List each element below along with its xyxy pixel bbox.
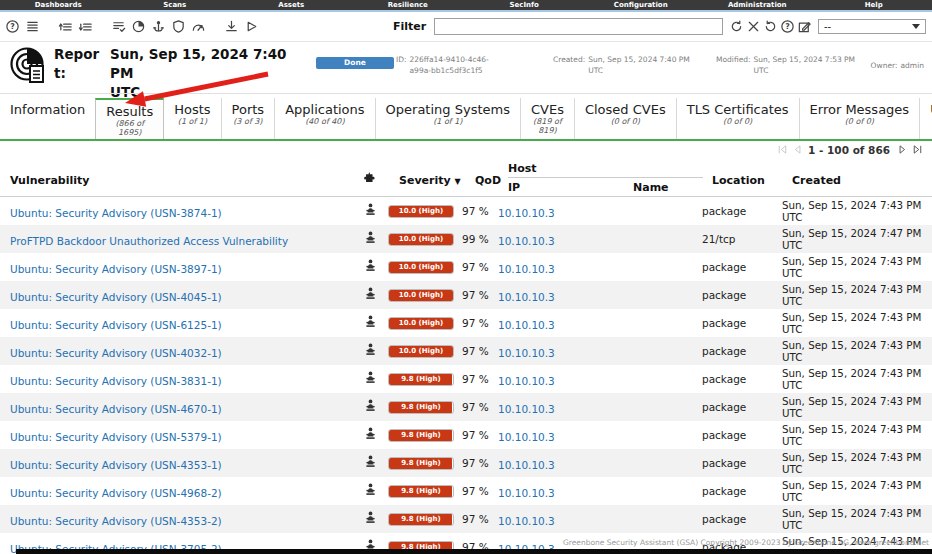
tab-tls-certificates[interactable]: TLS Certificates(0 of 0) <box>676 98 799 139</box>
remove-filter-icon[interactable] <box>746 19 761 34</box>
add-to-assets-icon[interactable] <box>58 19 73 34</box>
trigger-alert-icon[interactable] <box>244 19 259 34</box>
vendor-fix-icon <box>363 202 378 221</box>
vulnerability-cell: Ubuntu: Security Advisory (USN-4353-2) <box>0 510 352 529</box>
download-report-icon[interactable] <box>224 19 239 34</box>
column-vulnerability[interactable]: Vulnerability <box>10 174 89 187</box>
reset-filter-icon[interactable] <box>763 19 778 34</box>
host-ip-link[interactable]: 10.10.10.3 <box>498 235 555 247</box>
results-list-icon[interactable] <box>25 19 40 34</box>
host-ip-link[interactable]: 10.10.10.3 <box>498 347 555 359</box>
host-ip-link[interactable]: 10.10.10.3 <box>498 207 555 219</box>
pagination-next-icon[interactable] <box>896 143 909 156</box>
filter-bar: Filter ? -- <box>393 17 926 35</box>
tab-information[interactable]: Information <box>0 98 95 139</box>
host-ip-cell: 10.10.10.3 <box>498 286 620 305</box>
vendor-fix-icon <box>363 482 378 501</box>
vulnerability-link[interactable]: Ubuntu: Security Advisory (USN-4968-2) <box>10 487 222 499</box>
pagination-last-icon[interactable] <box>911 143 924 156</box>
vulnerability-link[interactable]: Ubuntu: Security Advisory (USN-3874-1) <box>10 207 222 219</box>
column-ip[interactable]: IP <box>508 181 520 194</box>
menu-item-help[interactable]: Help <box>816 0 932 10</box>
tab-closed-cves[interactable]: Closed CVEs(0 of 0) <box>574 98 676 139</box>
host-ip-link[interactable]: 10.10.10.3 <box>498 263 555 275</box>
host-ip-link[interactable]: 10.10.10.3 <box>498 459 555 471</box>
help-icon[interactable]: ? <box>5 19 20 34</box>
update-filter-icon[interactable] <box>729 19 744 34</box>
tab-applications[interactable]: Applications(40 of 40) <box>274 98 374 139</box>
table-row: Ubuntu: Security Advisory (USN-4670-1)9.… <box>0 393 932 421</box>
qod-cell: 97 % <box>462 373 498 385</box>
qod-cell: 97 % <box>462 457 498 469</box>
column-name[interactable]: Name <box>633 181 669 194</box>
column-qod[interactable]: QoD <box>475 174 501 187</box>
menu-item-scans[interactable]: Scans <box>117 0 234 10</box>
vendor-fix-icon <box>363 370 378 389</box>
vulnerability-link[interactable]: Ubuntu: Security Advisory (USN-6125-1) <box>10 319 222 331</box>
vendor-fix-icon <box>363 258 378 277</box>
footer-copyright: Greenbone Security Assistant (GSA) Copyr… <box>563 538 929 547</box>
host-ip-link[interactable]: 10.10.10.3 <box>498 291 555 303</box>
edit-filter-icon[interactable] <box>797 19 812 34</box>
solution-type-cell <box>352 342 388 361</box>
help-filter-icon[interactable]: ? <box>780 19 795 34</box>
menu-item-administration[interactable]: Administration <box>699 0 816 10</box>
tab-user-tags[interactable]: User Tags(0) <box>919 98 932 139</box>
host-ip-link[interactable]: 10.10.10.3 <box>498 319 555 331</box>
tab-results[interactable]: Results(866 of 1695) <box>95 98 164 139</box>
created-cell: Sun, Sep 15, 2024 7:43 PMUTC <box>782 367 932 392</box>
column-severity[interactable]: Severity ▼ <box>399 174 461 187</box>
menu-item-secinfo[interactable]: SecInfo <box>466 0 583 10</box>
tls-certificates-icon[interactable] <box>171 19 186 34</box>
created-cell: Sun, Sep 15, 2024 7:43 PMUTC <box>782 395 932 420</box>
menu-underline <box>0 10 932 12</box>
severity-bar: 10.0 (High) <box>388 345 454 358</box>
tab-operating-systems[interactable]: Operating Systems(1 of 1) <box>375 98 520 139</box>
host-ip-link[interactable]: 10.10.10.3 <box>498 403 555 415</box>
filter-actions: ? <box>728 19 813 34</box>
severity-label: 10.0 (High) <box>389 290 453 301</box>
tab-error-messages[interactable]: Error Messages(0 of 0) <box>799 98 920 139</box>
tab-cves[interactable]: CVEs(819 of 819) <box>520 98 574 139</box>
vulnerabilities-icon[interactable] <box>151 19 166 34</box>
performance-icon[interactable] <box>191 19 206 34</box>
solution-type-icon[interactable] <box>363 170 377 187</box>
vulnerability-cell: Ubuntu: Security Advisory (USN-3874-1) <box>0 202 352 221</box>
filter-dropdown[interactable]: -- <box>818 19 926 34</box>
table-row: Ubuntu: Security Advisory (USN-3831-1)9.… <box>0 365 932 393</box>
vulnerability-cell: Ubuntu: Security Advisory (USN-4353-1) <box>0 454 352 473</box>
host-ip-link[interactable]: 10.10.10.3 <box>498 375 555 387</box>
host-ip-link[interactable]: 10.10.10.3 <box>498 431 555 443</box>
tab-hosts[interactable]: Hosts(1 of 1) <box>164 98 220 139</box>
task-icon[interactable] <box>111 19 126 34</box>
severity-label: 9.8 (High) <box>389 374 453 385</box>
column-created[interactable]: Created <box>792 174 841 187</box>
vulnerability-link[interactable]: Ubuntu: Security Advisory (USN-4670-1) <box>10 403 222 415</box>
vulnerability-link[interactable]: Ubuntu: Security Advisory (USN-4353-1) <box>10 459 222 471</box>
column-location[interactable]: Location <box>712 174 765 187</box>
vendor-fix-icon <box>363 510 378 529</box>
menu-item-dashboards[interactable]: Dashboards <box>0 0 117 10</box>
vendor-fix-icon <box>363 398 378 417</box>
location-cell: package <box>702 513 782 525</box>
remove-from-assets-icon[interactable] <box>78 19 93 34</box>
severity-bar: 10.0 (High) <box>388 289 454 302</box>
vulnerability-link[interactable]: Ubuntu: Security Advisory (USN-4353-2) <box>10 515 222 527</box>
toolbar-divider <box>0 41 932 42</box>
vulnerability-link[interactable]: Ubuntu: Security Advisory (USN-3897-1) <box>10 263 222 275</box>
severity-label: 9.8 (High) <box>389 458 453 469</box>
filter-input[interactable] <box>434 18 723 35</box>
host-ip-link[interactable]: 10.10.10.3 <box>498 515 555 527</box>
host-ip-link[interactable]: 10.10.10.3 <box>498 487 555 499</box>
vulnerability-link[interactable]: Ubuntu: Security Advisory (USN-5379-1) <box>10 431 222 443</box>
vulnerability-link[interactable]: Ubuntu: Security Advisory (USN-4045-1) <box>10 291 222 303</box>
vulnerability-link[interactable]: Ubuntu: Security Advisory (USN-3831-1) <box>10 375 222 387</box>
menu-item-resilience[interactable]: Resilience <box>350 0 467 10</box>
report-icon[interactable] <box>131 19 146 34</box>
menu-item-configuration[interactable]: Configuration <box>583 0 700 10</box>
vulnerability-link[interactable]: Ubuntu: Security Advisory (USN-4032-1) <box>10 347 222 359</box>
location-cell: package <box>702 429 782 441</box>
vulnerability-link[interactable]: ProFTPD Backdoor Unauthorized Access Vul… <box>10 235 288 247</box>
tab-ports[interactable]: Ports(3 of 3) <box>221 98 275 139</box>
menu-item-assets[interactable]: Assets <box>233 0 350 10</box>
